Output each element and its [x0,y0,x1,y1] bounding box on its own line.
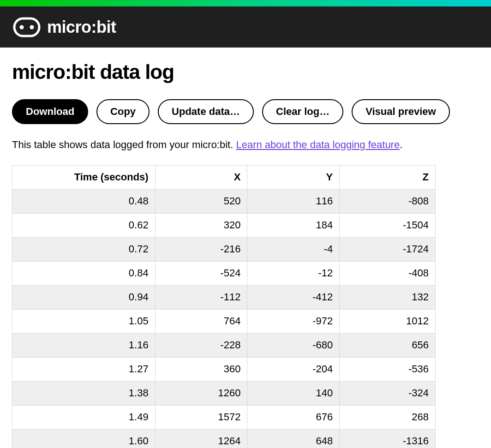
svg-rect-0 [14,18,39,36]
table-cell: -412 [247,285,340,309]
logo: micro:bit [13,17,116,37]
table-row: 0.48520116-808 [12,189,436,213]
data-table: Time (seconds)XYZ 0.48520116-8080.623201… [12,165,436,448]
table-cell: 0.48 [12,189,156,213]
table-cell: -1316 [340,429,436,448]
table-cell: -216 [155,237,247,261]
table-header-cell: Z [340,165,436,189]
intro-after: . [400,139,402,150]
table-cell: 0.72 [12,237,156,261]
table-cell: -112 [155,285,247,309]
table-cell: 1260 [155,381,247,405]
table-cell: 0.62 [12,213,156,237]
table-cell: 1.49 [12,405,156,429]
table-header-cell: X [155,165,247,189]
logo-text: micro:bit [47,18,116,37]
toolbar: Download Copy Update data… Clear log… Vi… [12,99,479,124]
table-cell: 1.60 [12,429,156,448]
table-cell: -972 [247,309,340,333]
table-cell: -524 [155,261,247,285]
table-cell: 1.05 [12,309,156,333]
copy-button[interactable]: Copy [96,99,150,124]
table-cell: 0.94 [12,285,156,309]
table-cell: -4 [247,237,340,261]
table-cell: 1.16 [12,333,156,357]
main-content: micro:bit data log Download Copy Update … [0,48,491,448]
clear-log-button[interactable]: Clear log… [262,99,343,124]
table-header-row: Time (seconds)XYZ [12,165,436,189]
table-cell: 648 [247,429,340,448]
table-row: 1.05764-9721012 [12,309,436,333]
table-row: 0.94-112-412132 [12,285,436,309]
table-cell: -808 [340,189,436,213]
table-body: 0.48520116-8080.62320184-15040.72-216-4-… [12,189,436,448]
table-cell: -680 [247,333,340,357]
microbit-logo-icon [13,17,41,37]
header-bar: micro:bit [0,6,491,48]
table-cell: -12 [247,261,340,285]
intro-text: This table shows data logged from your m… [12,138,479,152]
table-cell: 360 [155,357,247,381]
table-cell: 1.38 [12,381,156,405]
page-title: micro:bit data log [12,60,479,84]
table-row: 1.601264648-1316 [12,429,436,448]
table-row: 0.84-524-12-408 [12,261,436,285]
update-data-button[interactable]: Update data… [158,99,254,124]
table-cell: 116 [247,189,340,213]
table-cell: 1572 [155,405,247,429]
table-cell: -408 [340,261,436,285]
learn-link[interactable]: Learn about the data logging feature [236,139,400,150]
table-cell: 676 [247,405,340,429]
table-cell: -204 [247,357,340,381]
table-cell: 320 [155,213,247,237]
table-cell: 656 [340,333,436,357]
table-cell: 184 [247,213,340,237]
table-row: 1.16-228-680656 [12,333,436,357]
table-cell: 1264 [155,429,247,448]
table-cell: 132 [340,285,436,309]
table-cell: -324 [340,381,436,405]
svg-point-2 [30,25,34,29]
table-head: Time (seconds)XYZ [12,165,436,189]
table-row: 0.62320184-1504 [12,213,436,237]
table-cell: -228 [155,333,247,357]
table-cell: 1012 [340,309,436,333]
table-cell: 0.84 [12,261,156,285]
table-header-cell: Y [247,165,340,189]
table-row: 1.27360-204-536 [12,357,436,381]
table-row: 0.72-216-4-1724 [12,237,436,261]
table-row: 1.381260140-324 [12,381,436,405]
table-row: 1.491572676268 [12,405,436,429]
table-cell: 140 [247,381,340,405]
table-cell: 1.27 [12,357,156,381]
table-cell: -1724 [340,237,436,261]
visual-preview-button[interactable]: Visual preview [352,99,449,124]
svg-point-1 [20,25,24,29]
table-cell: 520 [155,189,247,213]
table-cell: -536 [340,357,436,381]
table-header-cell: Time (seconds) [12,165,156,189]
table-cell: -1504 [340,213,436,237]
gradient-bar [0,0,491,6]
table-cell: 764 [155,309,247,333]
intro-before: This table shows data logged from your m… [12,139,236,150]
download-button[interactable]: Download [12,99,88,124]
table-cell: 268 [340,405,436,429]
